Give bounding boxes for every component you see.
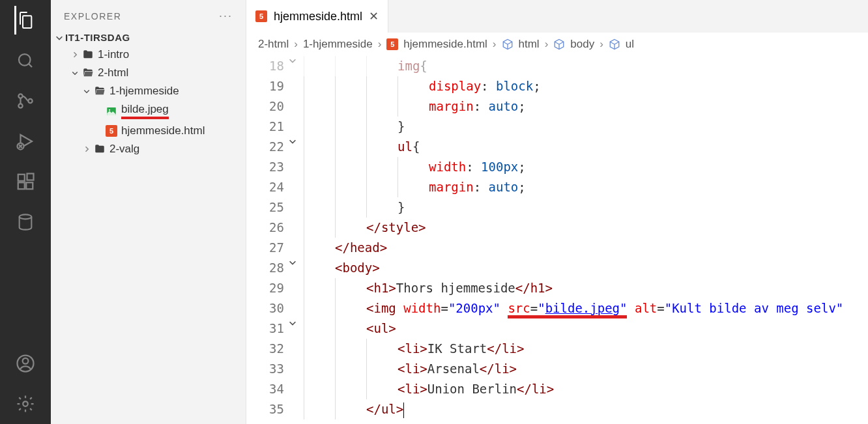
source-control-icon[interactable] (14, 90, 36, 112)
chevron-down-icon (53, 33, 65, 42)
line-number: 30 (246, 298, 298, 318)
folder-icon (93, 143, 107, 155)
chevron-down-icon (81, 87, 93, 95)
breadcrumb[interactable]: 2-html › 1-hjemmeside › 5 hjemmeside.htm… (246, 33, 868, 56)
svg-point-12 (23, 401, 28, 406)
code-line[interactable]: } (304, 117, 868, 137)
chevron-down-icon (69, 69, 81, 77)
line-number: 25 (246, 197, 298, 218)
line-number: 23 (246, 157, 298, 177)
sidebar-more-icon[interactable]: ··· (219, 9, 233, 23)
code-editor[interactable]: 181920212223242526272829303132333435 img… (246, 56, 868, 424)
line-number: 28 (246, 258, 298, 278)
image-icon (104, 106, 119, 117)
code-line[interactable]: img{ (304, 56, 868, 76)
code-line[interactable]: <li>Arsenal</li> (304, 359, 868, 379)
folder-open-icon (81, 67, 95, 79)
chevron-right-icon: › (378, 38, 382, 51)
editor: 5 hjemmeside.html ✕ 2-html › 1-hjemmesid… (246, 0, 868, 424)
code-line[interactable]: <img width="200px" src="bilde.jpeg" alt=… (304, 298, 868, 318)
line-number: 27 (246, 238, 298, 258)
explorer-icon[interactable] (14, 9, 36, 31)
svg-point-2 (18, 104, 22, 107)
svg-point-14 (109, 109, 110, 110)
activity-bar (0, 0, 51, 424)
cube-icon (609, 38, 620, 50)
debug-icon[interactable] (14, 130, 36, 152)
code-line[interactable]: margin: auto; (304, 96, 868, 117)
code-line[interactable]: } (304, 197, 868, 218)
line-number: 29 (246, 278, 298, 298)
svg-point-9 (20, 214, 32, 219)
line-number: 26 (246, 218, 298, 238)
line-number: 22 (246, 137, 298, 157)
code-line[interactable]: </ul> (304, 399, 868, 419)
folder-icon (81, 49, 95, 61)
svg-point-1 (18, 94, 22, 98)
html5-icon: 5 (386, 38, 398, 50)
svg-point-0 (19, 54, 31, 66)
html5-icon: 5 (104, 125, 119, 137)
svg-rect-5 (18, 175, 25, 181)
line-number: 33 (246, 359, 298, 379)
line-number: 24 (246, 177, 298, 197)
line-number: 34 (246, 379, 298, 399)
fold-icon[interactable] (288, 137, 297, 146)
chevron-right-icon: › (600, 38, 603, 51)
settings-icon[interactable] (14, 393, 36, 415)
code-line[interactable]: <li>IK Start</li> (304, 339, 868, 359)
code-line[interactable]: </head> (304, 238, 868, 258)
folder-open-icon (93, 85, 107, 97)
extensions-icon[interactable] (14, 171, 36, 193)
line-number: 31 (246, 318, 298, 339)
code-line[interactable]: margin: auto; (304, 177, 868, 197)
code-line[interactable]: <body> (304, 258, 868, 278)
chevron-right-icon: › (294, 38, 298, 51)
svg-point-3 (28, 99, 32, 103)
cube-icon (502, 38, 514, 50)
line-number: 35 (246, 399, 298, 419)
tree-item[interactable]: 1-intro (53, 46, 243, 64)
html5-icon: 5 (255, 10, 267, 22)
database-icon[interactable] (14, 211, 36, 233)
fold-icon[interactable] (288, 258, 297, 267)
chevron-right-icon (69, 51, 81, 59)
tab-hjemmeside[interactable]: 5 hjemmeside.html ✕ (246, 0, 388, 33)
code-line[interactable]: </style> (304, 218, 868, 238)
chevron-right-icon: › (493, 38, 497, 51)
fold-icon[interactable] (288, 56, 297, 65)
line-number: 18 (246, 56, 298, 76)
code-line[interactable]: <h1>Thors hjemmeside</h1> (304, 278, 868, 298)
tree-item[interactable]: bilde.jpeg (53, 100, 243, 122)
svg-rect-7 (26, 182, 33, 189)
tree-root[interactable]: IT1-TIRSDAG (53, 29, 243, 46)
tab-label: hjemmeside.html (274, 10, 362, 23)
code-line[interactable]: display: block; (304, 76, 868, 96)
line-number: 20 (246, 96, 298, 117)
tree-item[interactable]: 2-html (53, 64, 243, 82)
explorer-sidebar: EXPLORER ··· IT1-TIRSDAG 1-intro2-html1-… (51, 0, 246, 424)
line-number: 19 (246, 76, 298, 96)
file-tree: IT1-TIRSDAG 1-intro2-html1-hjemmesidebil… (51, 29, 246, 158)
svg-rect-6 (18, 182, 25, 189)
line-number: 32 (246, 339, 298, 359)
line-number: 21 (246, 117, 298, 137)
tree-item[interactable]: 1-hjemmeside (53, 82, 243, 100)
tree-item[interactable]: 5hjemmeside.html (53, 122, 243, 140)
account-icon[interactable] (14, 352, 36, 375)
chevron-right-icon: › (545, 38, 549, 51)
chevron-right-icon (81, 145, 93, 153)
fold-icon[interactable] (288, 318, 297, 328)
tab-bar: 5 hjemmeside.html ✕ (246, 0, 868, 33)
code-line[interactable]: <ul> (304, 318, 868, 339)
code-line[interactable]: <li>Union Berlin</li> (304, 379, 868, 399)
code-line[interactable]: ul{ (304, 137, 868, 157)
tree-item[interactable]: 2-valg (53, 140, 243, 158)
close-icon[interactable]: ✕ (369, 9, 379, 23)
svg-point-11 (23, 358, 29, 364)
sidebar-title: EXPLORER (64, 11, 121, 21)
search-icon[interactable] (14, 49, 36, 72)
svg-rect-8 (27, 174, 34, 180)
code-line[interactable]: width: 100px; (304, 157, 868, 177)
cube-icon (553, 38, 565, 50)
